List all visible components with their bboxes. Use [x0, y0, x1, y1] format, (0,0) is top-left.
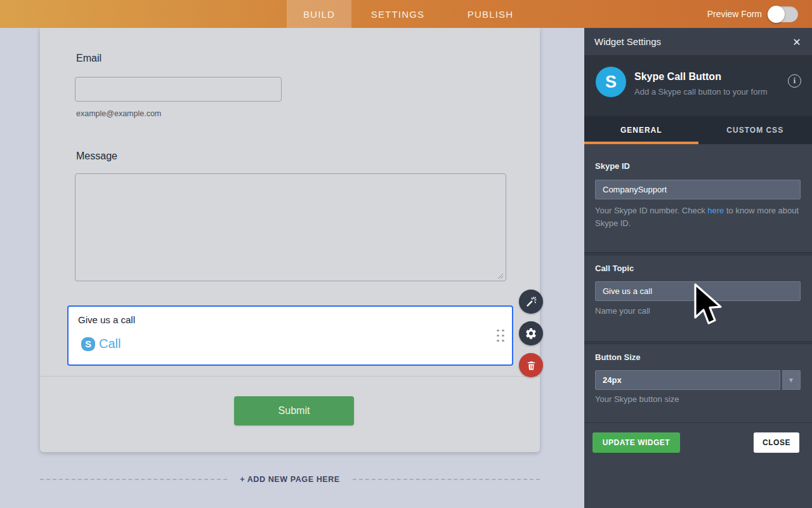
skype-avatar-icon: S [596, 67, 626, 97]
tab-settings[interactable]: SETTINGS [351, 0, 444, 28]
add-new-page-label: + ADD NEW PAGE HERE [240, 475, 340, 484]
email-label: Email [76, 53, 102, 64]
wizard-button[interactable] [519, 290, 543, 314]
button-size-hint: Your Skype button size [595, 393, 799, 406]
panel-tabs: GENERAL CUSTOM CSS [584, 116, 812, 144]
selected-widget-skype[interactable]: Give us a call S Call [67, 305, 513, 366]
preview-form-group: Preview Form [707, 0, 798, 28]
call-topic-input[interactable] [595, 281, 801, 301]
call-topic-hint: Name your call [595, 305, 799, 318]
close-button[interactable]: CLOSE [754, 432, 799, 453]
submit-button[interactable]: Submit [234, 396, 354, 425]
footer-divider [584, 422, 812, 423]
button-size-select[interactable]: 24px ▼ [595, 370, 801, 390]
magic-wand-icon [525, 296, 537, 308]
toggle-knob [768, 6, 785, 23]
panel-content: Skype ID Your Skype ID number. Check her… [584, 144, 812, 508]
update-widget-button[interactable]: UPDATE WIDGET [593, 432, 680, 453]
skype-id-input[interactable] [595, 180, 801, 199]
button-size-value: 24px [595, 370, 780, 390]
skype-id-help: Your Skype ID number. Check here to know… [595, 204, 799, 230]
call-topic-label: Call Topic [595, 264, 634, 273]
drag-handle[interactable] [497, 330, 504, 342]
preview-form-toggle[interactable] [768, 6, 798, 22]
close-icon[interactable]: ✕ [790, 35, 804, 49]
panel-header: Widget Settings ✕ [584, 28, 812, 56]
section-divider [584, 341, 812, 344]
button-size-label: Button Size [595, 352, 641, 362]
info-icon[interactable]: i [788, 74, 801, 88]
tab-publish[interactable]: PUBLISH [444, 0, 537, 28]
dashed-line-right [353, 479, 540, 480]
chevron-down-icon[interactable]: ▼ [782, 370, 801, 390]
tab-custom-css[interactable]: CUSTOM CSS [698, 116, 812, 144]
dashed-line-left [40, 479, 227, 480]
email-hint: example@example.com [76, 109, 161, 118]
message-label: Message [76, 150, 117, 162]
top-bar: BUILD SETTINGS PUBLISH Preview Form [0, 0, 812, 28]
help-text-prefix: Your Skype ID number. Check [595, 206, 707, 215]
widget-name: Skype Call Button [634, 71, 721, 83]
form-card: Email example@example.com Message Give u… [40, 28, 540, 452]
delete-widget-button[interactable] [519, 353, 543, 377]
message-textarea[interactable] [75, 173, 506, 281]
skype-call-button[interactable]: S Call [81, 337, 121, 351]
widget-settings-panel: Widget Settings ✕ S Skype Call Button Ad… [584, 28, 812, 508]
tab-general[interactable]: GENERAL [584, 116, 698, 144]
preview-form-label: Preview Form [707, 9, 762, 19]
widget-settings-button[interactable] [519, 321, 543, 345]
trash-icon [526, 360, 537, 371]
section-divider [584, 252, 812, 255]
skype-icon: S [81, 337, 95, 351]
textarea-resize-icon [497, 272, 504, 279]
skype-call-label: Call [99, 337, 121, 351]
gear-icon [525, 327, 537, 340]
widget-description: Add a Skype call button to your form [634, 87, 768, 97]
add-new-page[interactable]: + ADD NEW PAGE HERE [40, 475, 540, 484]
widget-info-section: S Skype Call Button Add a Skype call but… [584, 56, 812, 116]
form-footer-divider [40, 376, 540, 377]
skype-id-label: Skype ID [595, 161, 630, 171]
widget-question-label: Give us a call [78, 314, 135, 325]
panel-title: Widget Settings [594, 36, 661, 47]
help-link[interactable]: here [707, 206, 724, 215]
tab-build[interactable]: BUILD [287, 0, 351, 28]
email-input[interactable] [75, 77, 282, 102]
